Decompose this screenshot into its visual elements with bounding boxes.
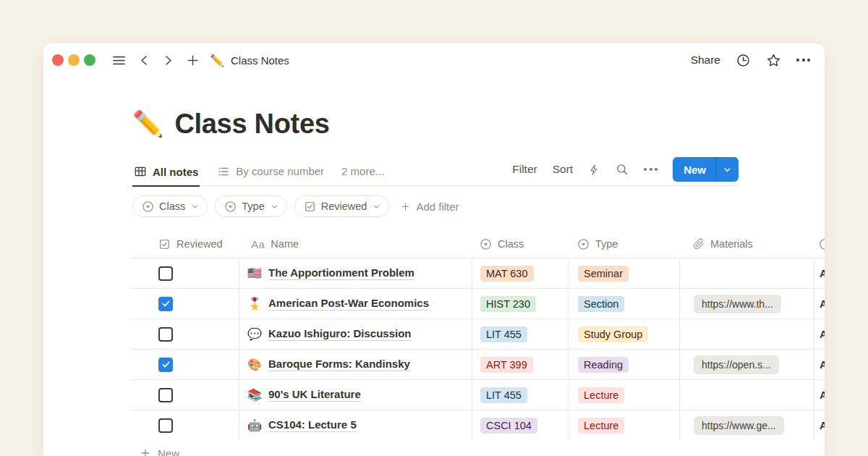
filter-bar: Class Type Reviewed [132, 195, 739, 217]
materials-link[interactable]: https://www.ge... [694, 416, 784, 435]
type-tag[interactable]: Seminar [578, 266, 629, 282]
new-button-label[interactable]: New [673, 157, 715, 182]
row-checkbox[interactable] [158, 297, 173, 311]
close-window-button[interactable] [52, 54, 64, 66]
filter-chip-type[interactable]: Type [215, 195, 286, 217]
share-button[interactable]: Share [691, 54, 720, 67]
class-tag[interactable]: LIT 455 [480, 326, 527, 342]
table-row[interactable]: 🎨Baroque Forms: Kandinsky ART 399 Readin… [130, 349, 825, 379]
column-label: Name [271, 238, 299, 250]
checkbox-property-icon [158, 238, 171, 250]
filter-chip-class[interactable]: Class [132, 195, 208, 217]
minimize-window-button[interactable] [68, 54, 80, 66]
list-view-icon [217, 165, 230, 178]
row-checkbox[interactable] [158, 358, 173, 372]
column-header-class[interactable]: Class [472, 230, 568, 258]
breadcrumb[interactable]: ✏️ Class Notes [210, 54, 289, 67]
clipped-cell-text: A [820, 297, 825, 310]
class-tag[interactable]: ART 399 [480, 357, 533, 373]
favorite-star-icon[interactable] [766, 53, 781, 68]
doc-emoji-icon: ✏️ [210, 54, 224, 67]
materials-link[interactable]: https://open.s... [694, 355, 779, 374]
column-header-type[interactable]: Type [568, 230, 679, 258]
column-header-clipped[interactable] [814, 230, 825, 258]
select-property-icon [480, 238, 492, 250]
row-icon: 🎨 [246, 358, 263, 371]
row-checkbox[interactable] [158, 418, 173, 433]
class-tag[interactable]: HIST 230 [480, 296, 536, 312]
table-view-icon [134, 165, 147, 178]
forward-icon[interactable] [162, 54, 174, 67]
table-row[interactable]: 💬Kazuo Ishiguro: Discussion LIT 455 Stud… [130, 318, 825, 349]
view-options-icon[interactable] [644, 168, 658, 171]
row-name-link[interactable]: American Post-War Economics [268, 297, 429, 311]
row-checkbox[interactable] [158, 388, 173, 402]
add-filter-button[interactable]: Add filter [400, 200, 459, 213]
new-button[interactable]: New [673, 157, 739, 182]
clipped-cell-text: A [820, 419, 825, 431]
history-clock-icon[interactable] [736, 53, 751, 68]
table-row[interactable]: 🤖CS104: Lecture 5 CSCI 104 Lecture https… [130, 410, 825, 440]
column-label: Type [595, 238, 618, 250]
plus-icon [140, 447, 151, 456]
text-property-icon: Aa [251, 238, 265, 250]
tab-all-notes[interactable]: All notes [132, 159, 200, 187]
select-property-icon [224, 200, 237, 213]
row-name-link[interactable]: Kazuo Ishiguro: Discussion [268, 327, 412, 341]
row-name-link[interactable]: CS104: Lecture 5 [268, 418, 357, 432]
table-header-row: Reviewed Aa Name Class Type [130, 230, 825, 258]
new-tab-icon[interactable] [186, 54, 200, 67]
column-header-reviewed[interactable]: Reviewed [130, 230, 239, 258]
type-tag[interactable]: Lecture [578, 418, 624, 434]
menu-icon[interactable] [111, 53, 127, 68]
more-views-link[interactable]: 2 more... [341, 165, 384, 185]
page-title: ✏️ Class Notes [132, 109, 739, 140]
filter-chip-label: Class [159, 200, 185, 212]
new-row-button[interactable]: New [130, 440, 825, 456]
filter-button[interactable]: Filter [512, 163, 537, 176]
chevron-down-icon [373, 203, 380, 211]
tab-by-course-number[interactable]: By course number [216, 157, 326, 185]
doc-title-label: Class Notes [231, 54, 289, 67]
type-tag[interactable]: Section [578, 296, 624, 312]
more-options-icon[interactable] [796, 59, 810, 62]
sort-button[interactable]: Sort [553, 163, 573, 176]
column-label: Reviewed [176, 238, 223, 250]
search-icon[interactable] [616, 163, 629, 176]
new-dropdown-chevron-icon[interactable] [716, 157, 739, 182]
type-tag[interactable]: Study Group [578, 326, 648, 342]
view-toolbar: All notes By course number 2 more... Fil… [132, 157, 739, 186]
row-name-link[interactable]: Baroque Forms: Kandinsky [268, 358, 410, 371]
app-window: ✏️ Class Notes Share ✏️ Class Notes [43, 43, 825, 456]
row-icon: 🤖 [246, 418, 263, 432]
type-tag[interactable]: Reading [578, 357, 629, 373]
class-tag[interactable]: CSCI 104 [480, 418, 537, 434]
column-header-materials[interactable]: Materials [679, 230, 814, 258]
table-row[interactable]: 🎖️American Post-War Economics HIST 230 S… [130, 288, 825, 318]
column-header-name[interactable]: Aa Name [239, 230, 472, 258]
clipped-cell-text: A [820, 267, 825, 279]
class-tag[interactable]: LIT 455 [480, 387, 527, 403]
type-tag[interactable]: Lecture [578, 387, 624, 403]
back-icon[interactable] [138, 54, 150, 67]
materials-link[interactable]: https://www.th... [694, 295, 781, 313]
table-row[interactable]: 📚90's UK Literature LIT 455 Lecture A [130, 379, 825, 410]
row-checkbox[interactable] [158, 266, 173, 281]
page-emoji-icon[interactable]: ✏️ [132, 109, 163, 139]
tab-label: By course number [236, 165, 324, 177]
zoom-window-button[interactable] [84, 54, 95, 66]
class-tag[interactable]: MAT 630 [480, 266, 534, 282]
automation-bolt-icon[interactable] [588, 164, 600, 176]
filter-chip-label: Type [242, 200, 264, 212]
row-name-link[interactable]: 90's UK Literature [268, 388, 361, 402]
add-filter-label: Add filter [416, 200, 459, 213]
row-checkbox[interactable] [158, 327, 173, 342]
clipped-cell-text: A [820, 328, 825, 340]
column-label: Materials [710, 238, 753, 250]
new-row-label: New [158, 447, 179, 456]
row-name-link[interactable]: The Apportionment Problem [268, 266, 414, 280]
page-title-text[interactable]: Class Notes [174, 109, 329, 140]
column-label: Class [498, 238, 524, 250]
table-row[interactable]: 🇺🇸The Apportionment Problem MAT 630 Semi… [130, 258, 825, 288]
filter-chip-reviewed[interactable]: Reviewed [294, 195, 390, 217]
